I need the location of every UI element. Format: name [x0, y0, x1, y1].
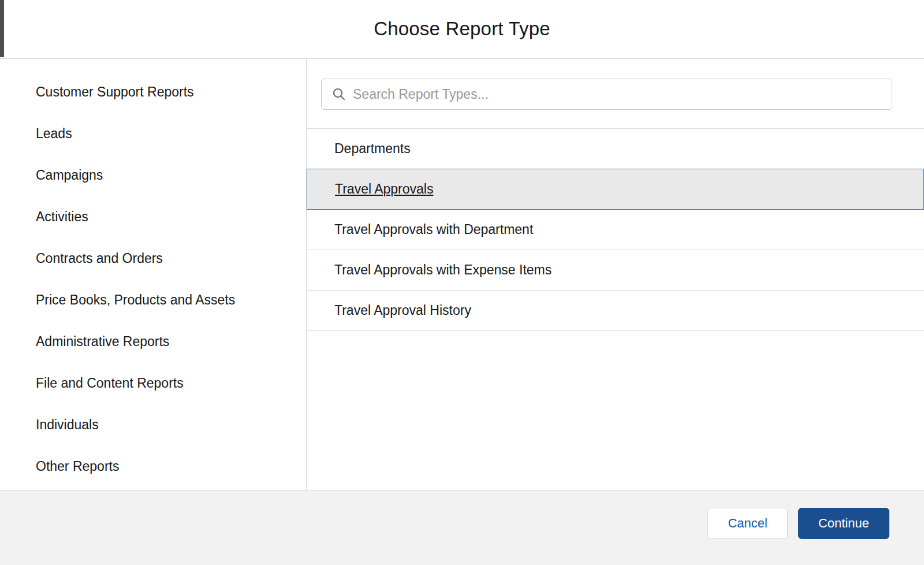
sidebar-item-label: Customer Support Reports: [36, 84, 194, 100]
sidebar-item-individuals[interactable]: Individuals: [0, 404, 306, 445]
report-type-row-travel-approvals-with-expense-items[interactable]: Travel Approvals with Expense Items: [307, 250, 924, 291]
sidebar-item-contracts-and-orders[interactable]: Contracts and Orders: [0, 237, 306, 279]
report-type-label: Travel Approvals: [335, 181, 433, 197]
report-type-row-departments[interactable]: Departments: [307, 129, 924, 169]
sidebar-item-administrative-reports[interactable]: Administrative Reports: [0, 321, 306, 362]
page-edge-strip: [0, 0, 4, 57]
modal-header: Choose Report Type: [0, 0, 924, 59]
sidebar-item-label: Price Books, Products and Assets: [36, 292, 235, 308]
modal-title: Choose Report Type: [374, 18, 550, 40]
report-type-label: Travel Approvals with Department: [334, 222, 533, 237]
report-type-row-travel-approvals-with-department[interactable]: Travel Approvals with Department: [307, 210, 924, 250]
report-type-label: Travel Approval History: [334, 303, 471, 318]
report-type-label: Departments: [334, 141, 411, 157]
sidebar-item-price-books-products-assets[interactable]: Price Books, Products and Assets: [0, 279, 306, 321]
sidebar-item-file-and-content-reports[interactable]: File and Content Reports: [0, 362, 306, 404]
sidebar-item-leads[interactable]: Leads: [0, 113, 306, 154]
sidebar-item-label: File and Content Reports: [36, 376, 184, 391]
sidebar-item-activities[interactable]: Activities: [0, 196, 306, 237]
report-type-list: Departments Travel Approvals Travel Appr…: [307, 128, 924, 331]
sidebar-item-label: Campaigns: [36, 168, 103, 183]
sidebar-item-campaigns[interactable]: Campaigns: [0, 154, 306, 196]
report-type-panel: Departments Travel Approvals Travel Appr…: [307, 59, 924, 490]
continue-button[interactable]: Continue: [798, 508, 889, 539]
sidebar-item-label: Contracts and Orders: [36, 251, 163, 266]
search-box[interactable]: [321, 79, 892, 110]
report-type-label: Travel Approvals with Expense Items: [334, 262, 552, 278]
report-type-row-travel-approvals[interactable]: Travel Approvals: [307, 169, 924, 210]
sidebar-item-label: Other Reports: [36, 459, 119, 474]
sidebar-item-label: Leads: [36, 126, 72, 142]
modal-body: Customer Support Reports Leads Campaigns…: [0, 59, 924, 490]
cancel-button[interactable]: Cancel: [707, 508, 787, 539]
sidebar-item-customer-support-reports[interactable]: Customer Support Reports: [0, 71, 306, 113]
sidebar-item-label: Activities: [36, 209, 88, 225]
sidebar-item-label: Individuals: [36, 417, 99, 433]
sidebar-item-other-reports[interactable]: Other Reports: [0, 445, 306, 487]
choose-report-type-modal: Choose Report Type Customer Support Repo…: [0, 0, 924, 565]
sidebar-item-label: Administrative Reports: [36, 334, 169, 350]
report-type-row-travel-approval-history[interactable]: Travel Approval History: [307, 291, 924, 331]
search-icon: [332, 87, 346, 101]
search-report-types-input[interactable]: [353, 87, 892, 102]
report-category-sidebar: Customer Support Reports Leads Campaigns…: [0, 59, 307, 490]
modal-footer: Cancel Continue: [0, 490, 924, 565]
